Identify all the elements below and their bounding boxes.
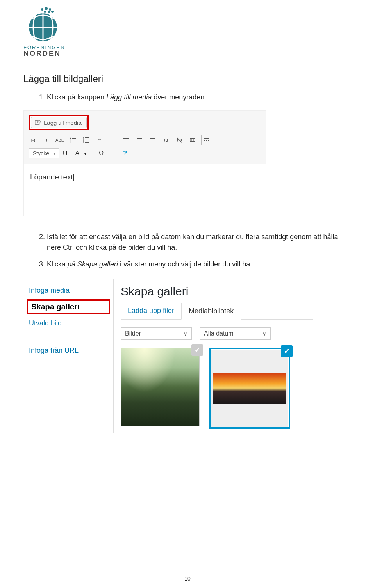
step-3-text-post: i vänster meny och välj de bilder du vil… (118, 260, 252, 268)
step-1-text-post: över menyraden. (152, 93, 206, 101)
toolbar-row-2: Stycke ▼ U A ▼ Ω ? (29, 148, 261, 158)
sidebar-item-skapa-galleri[interactable]: Skapa galleri (27, 299, 110, 314)
filter-type-value: Bilder (125, 330, 141, 337)
svg-rect-27 (137, 142, 142, 142)
svg-point-6 (51, 11, 54, 13)
unlink-button[interactable] (175, 135, 184, 145)
logo: FÖRENINGEN NORDEN (23, 7, 78, 58)
svg-point-2 (45, 7, 48, 10)
filter-type-select[interactable]: Bilder ∨ (121, 327, 192, 340)
step-1-text-em: Lägg till media (106, 93, 152, 101)
svg-rect-25 (137, 138, 142, 139)
modal-sidebar: Infoga media Skapa galleri Utvald bild I… (23, 279, 114, 433)
align-right-button[interactable] (148, 135, 157, 145)
svg-rect-23 (123, 140, 127, 140)
editor-body[interactable]: Löpande text (24, 164, 266, 216)
more-button[interactable] (188, 135, 197, 145)
numbered-list-button[interactable]: 123 (82, 135, 91, 145)
special-char-button[interactable]: Ω (99, 150, 104, 157)
svg-point-13 (70, 142, 71, 143)
filter-date-value: Alla datum (204, 330, 234, 337)
svg-rect-14 (72, 142, 76, 142)
editor-screenshot: Lägg till media B I ABE 123 “ (23, 110, 266, 216)
sidebar-item-utvald-bild[interactable]: Utvald bild (23, 315, 113, 331)
chevron-down-icon: ∨ (259, 331, 266, 337)
link-button[interactable] (161, 135, 171, 145)
svg-rect-22 (123, 138, 129, 139)
globe-icon (23, 7, 62, 42)
blockquote-button[interactable]: “ (95, 135, 104, 145)
svg-rect-33 (190, 141, 195, 142)
toolbar-toggle-button[interactable] (201, 135, 211, 145)
text-color-caret[interactable]: ▼ (83, 151, 87, 156)
italic-button[interactable]: I (42, 135, 51, 145)
format-select-value: Stycke (33, 150, 49, 156)
chevron-down-icon: ∨ (180, 331, 188, 337)
bullet-list-button[interactable] (68, 135, 78, 145)
step-3-text-em: på Skapa galleri (68, 260, 118, 268)
bold-button[interactable]: B (29, 135, 38, 145)
svg-rect-36 (206, 140, 207, 141)
filter-date-select[interactable]: Alla datum ∨ (200, 327, 271, 340)
svg-rect-34 (204, 138, 209, 139)
step-2: Istället för att endast välja en bild på… (47, 232, 352, 253)
help-button[interactable]: ? (123, 150, 127, 157)
step-3: Klicka på Skapa galleri i vänster meny o… (47, 259, 352, 270)
sidebar-item-infoga-url[interactable]: Infoga från URL (23, 343, 113, 359)
svg-rect-38 (204, 142, 205, 142)
media-thumbnail-1[interactable]: ✔ (121, 348, 200, 426)
section-heading: Lägga till bildgalleri (23, 73, 352, 84)
media-thumbnail-2[interactable]: ✔ (209, 348, 290, 429)
svg-point-3 (49, 8, 51, 11)
add-media-button[interactable]: Lägg till media (31, 117, 87, 128)
svg-point-5 (48, 11, 50, 13)
svg-rect-32 (190, 140, 195, 140)
svg-point-9 (70, 138, 71, 139)
svg-rect-37 (208, 140, 209, 141)
add-media-label: Lägg till media (44, 119, 82, 126)
svg-rect-10 (72, 138, 76, 139)
tab-upload-files[interactable]: Ladda upp filer (121, 303, 181, 319)
svg-rect-39 (206, 142, 207, 142)
modal-tabs: Ladda upp filer Mediabibliotek (121, 303, 313, 320)
tab-media-library[interactable]: Mediabibliotek (181, 303, 241, 320)
hr-button[interactable] (108, 135, 118, 145)
toolbar-row-1: B I ABE 123 “ (29, 135, 261, 145)
svg-rect-24 (123, 142, 129, 142)
svg-point-11 (70, 140, 71, 141)
svg-rect-18 (85, 140, 89, 140)
svg-rect-29 (152, 140, 155, 140)
step-3-text-pre: Klicka (47, 260, 68, 268)
svg-text:3: 3 (83, 141, 84, 143)
align-left-button[interactable] (121, 135, 131, 145)
align-center-button[interactable] (135, 135, 144, 145)
thumbnail-image (213, 373, 286, 404)
step-1: Klicka på kanppen Lägg till media över m… (47, 92, 352, 103)
strikethrough-button[interactable]: ABE (55, 135, 64, 145)
svg-rect-21 (110, 140, 116, 140)
svg-point-4 (44, 11, 46, 13)
thumbnail-image (121, 348, 199, 426)
svg-rect-30 (150, 142, 155, 142)
editor-body-text: Löpande text (30, 173, 73, 181)
modal-title: Skapa galleri (121, 285, 313, 298)
text-cursor (73, 174, 74, 181)
svg-rect-16 (85, 137, 89, 138)
svg-rect-12 (72, 140, 76, 140)
media-modal-screenshot: Infoga media Skapa galleri Utvald bild I… (23, 279, 320, 433)
svg-rect-35 (204, 140, 205, 141)
underline-button[interactable]: U (63, 150, 68, 157)
sidebar-divider (29, 337, 108, 337)
format-select[interactable]: Stycke ▼ (29, 148, 59, 158)
svg-rect-31 (190, 138, 195, 139)
svg-rect-26 (138, 140, 141, 140)
check-icon: ✔ (281, 345, 293, 357)
check-icon: ✔ (191, 344, 203, 356)
step-1-text-pre: Klicka på kanppen (47, 93, 106, 101)
add-media-highlight: Lägg till media (29, 115, 89, 130)
svg-rect-28 (150, 138, 155, 139)
svg-rect-20 (85, 142, 89, 143)
text-color-button[interactable]: A (75, 150, 80, 157)
sidebar-item-infoga-media[interactable]: Infoga media (23, 282, 113, 298)
media-icon (34, 119, 41, 126)
